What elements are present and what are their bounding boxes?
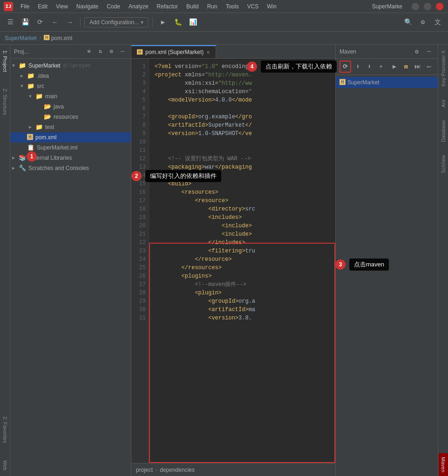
annotation-4-num: 4	[247, 61, 257, 72]
toolbar-search-icon[interactable]: 🔍	[401, 16, 414, 29]
toolbar-back-icon[interactable]: ←	[48, 16, 61, 29]
menu-run[interactable]: Run	[204, 2, 221, 11]
menu-bar: IJ File Edit View Navigate Code Analyze …	[0, 0, 448, 13]
folder-icon: 📁	[27, 82, 34, 90]
maven-m-icon[interactable]: m	[401, 61, 411, 72]
sidebar-add-icon[interactable]: ⊕	[84, 47, 94, 56]
tree-label-iml: SuperMarket.iml	[37, 144, 77, 151]
toolbar-forward-icon[interactable]: →	[63, 16, 76, 29]
tree-label-supermarket: SuperMarket	[28, 62, 61, 69]
tree-arrow: ▼	[12, 63, 18, 68]
annotation-3-text: 点击maven	[349, 258, 389, 271]
tree-label-scratches: Scratches and Consoles	[28, 165, 89, 171]
folder-icon: 📁	[35, 123, 43, 131]
tree-label-java: java	[54, 103, 64, 110]
tree-path: D:\projec	[63, 63, 91, 68]
sidebar-close-icon[interactable]: —	[118, 47, 127, 56]
tab-favorites[interactable]: 2: Favorites	[1, 413, 9, 447]
tree-label-pom-xml: pom.xml	[35, 134, 56, 141]
toolbar-settings-icon[interactable]: ⚙	[416, 16, 429, 29]
tree-label-idea: .idea	[37, 73, 49, 79]
menu-tools[interactable]: Tools	[222, 2, 243, 11]
maven-skip-icon[interactable]: ⏭	[413, 61, 422, 72]
menu-edit[interactable]: Edit	[34, 2, 51, 11]
library-icon: 📚	[19, 154, 26, 162]
annotation-3-num: 3	[335, 259, 346, 270]
breadcrumb-file[interactable]: pom.xml	[51, 35, 72, 41]
source-folder-icon: 📂	[44, 103, 51, 110]
tree-arrow: ▼	[29, 94, 34, 99]
add-configuration-button[interactable]: Add Configuration... ▾	[84, 17, 149, 27]
maven-item-supermarket[interactable]: 🅼 SuperMarket	[336, 77, 438, 88]
toolbar-debug-icon[interactable]: 🐛	[171, 16, 184, 29]
tree-item-main[interactable]: ▼ 📁 main	[10, 91, 131, 102]
annotation-1: 1	[27, 151, 37, 162]
tree-item-src[interactable]: ▼ 📁 src	[10, 81, 131, 91]
code-editor[interactable]: <?xml version="1.0" encoding= <project x…	[149, 59, 335, 463]
menu-file[interactable]: File	[17, 2, 33, 11]
tree-item-resources[interactable]: 📂 resources	[10, 112, 131, 122]
editor-area: 🅼 pom.xml (SuperMarket) ✕ 12345 678910 1…	[131, 45, 335, 476]
breadcrumb-project[interactable]: SuperMarket	[5, 35, 37, 41]
iml-file-icon: 📋	[27, 144, 34, 151]
tab-database[interactable]: Database	[440, 116, 447, 146]
toolbar-sync-icon[interactable]: ⟳	[34, 16, 47, 29]
toolbar-sep-1	[80, 18, 81, 27]
breadcrumb-bottom-project: project	[136, 467, 153, 473]
menu-supermarke[interactable]: SuperMarke	[368, 2, 406, 11]
menu-refactor[interactable]: Refactor	[153, 2, 182, 11]
menu-build[interactable]: Build	[183, 2, 203, 11]
minimize-button[interactable]	[412, 3, 419, 10]
menu-vcs[interactable]: VCS	[244, 2, 263, 11]
breadcrumb-icon: 🅼	[44, 34, 49, 41]
toolbar-menu-icon[interactable]: ☰	[4, 16, 17, 29]
tree-label-src: src	[37, 83, 44, 89]
menu-analyze[interactable]: Analyze	[125, 2, 152, 11]
tab-pom-xml[interactable]: 🅼 pom.xml (SuperMarket) ✕	[131, 45, 216, 58]
maven-settings-icon[interactable]: ⚙	[412, 47, 422, 57]
tab-maven[interactable]: Maven	[439, 453, 448, 476]
maven-download-sources-icon[interactable]: ⬇	[365, 61, 374, 72]
sidebar-expand-icon[interactable]: ⇅	[95, 47, 105, 56]
maven-file-icon: 🅼	[27, 134, 33, 141]
maven-refresh-button[interactable]: ⟳	[339, 61, 351, 73]
menu-view[interactable]: View	[52, 2, 72, 11]
bottom-breadcrumb: project › dependencies	[131, 463, 335, 476]
project-sidebar: Proj... ⊕ ⇅ ⚙ — ▼ 📁 SuperMarket D:\proje…	[10, 45, 131, 476]
sidebar-gear-icon[interactable]: ⚙	[107, 47, 116, 56]
maven-close-icon[interactable]: —	[424, 47, 434, 57]
tab-structure[interactable]: Z: Structure	[1, 85, 9, 119]
tree-item-scratches[interactable]: ▶ 🔧 Scratches and Consoles	[10, 163, 131, 173]
tab-project[interactable]: 1: Project	[1, 47, 9, 75]
tree-arrow: ▶	[12, 155, 18, 161]
annotation-2: 2 编写好引入的依赖和插件	[131, 170, 221, 182]
menu-win[interactable]: Win	[263, 2, 280, 11]
tree-item-test[interactable]: ▶ 📁 test	[10, 122, 131, 132]
maven-download-icon[interactable]: ⬇	[353, 61, 363, 72]
tab-key-promoter[interactable]: Key Promoter X	[440, 47, 447, 90]
resource-folder-icon: 📂	[44, 113, 51, 121]
project-tree: ▼ 📁 SuperMarket D:\projec ▶ 📁 .idea ▼ 📁 …	[10, 59, 131, 476]
tree-item-java[interactable]: 📂 java	[10, 102, 131, 112]
tree-item-supermarket[interactable]: ▼ 📁 SuperMarket D:\projec	[10, 61, 131, 71]
tab-web[interactable]: Web	[1, 456, 9, 474]
right-tab-strip: Key Promoter X Ant Database SciView Mave…	[438, 45, 448, 476]
tree-item-idea[interactable]: ▶ 📁 .idea	[10, 71, 131, 81]
maximize-button[interactable]	[424, 3, 431, 10]
maven-add-icon[interactable]: +	[376, 61, 386, 72]
maven-expand-icon[interactable]: ⟵	[424, 61, 434, 72]
tree-item-pom-xml[interactable]: 🅼 pom.xml	[10, 132, 131, 143]
toolbar-save-icon[interactable]: 💾	[19, 16, 32, 29]
tab-sciview[interactable]: SciView	[440, 151, 447, 177]
toolbar-translate-icon[interactable]: 文	[431, 16, 444, 29]
close-button[interactable]	[436, 3, 443, 10]
toolbar-run-icon[interactable]: ▶	[156, 16, 170, 29]
menu-code[interactable]: Code	[103, 2, 124, 11]
maven-run-icon[interactable]: ▶	[390, 61, 400, 72]
toolbar-profile-icon[interactable]: 📊	[186, 16, 199, 29]
tab-close-icon[interactable]: ✕	[206, 50, 210, 55]
annotation-2-num: 2	[131, 171, 142, 181]
tab-ant[interactable]: Ant	[440, 96, 447, 111]
annotation-1-num: 1	[27, 151, 37, 162]
menu-navigate[interactable]: Navigate	[73, 2, 102, 11]
